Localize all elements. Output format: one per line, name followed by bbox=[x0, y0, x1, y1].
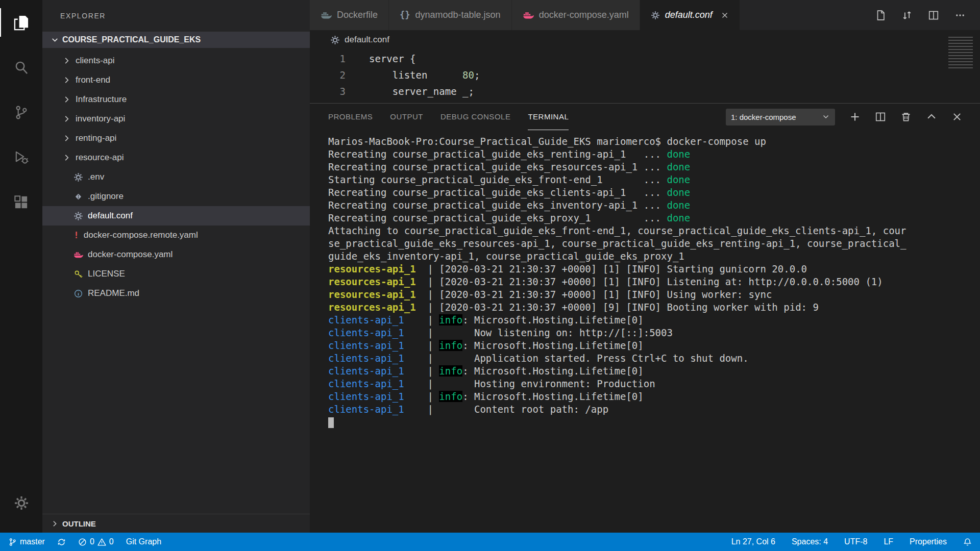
git-graph-button[interactable]: Git Graph bbox=[126, 537, 161, 546]
panel-tab-terminal[interactable]: TERMINAL bbox=[528, 104, 569, 130]
activity-settings-button[interactable] bbox=[0, 481, 42, 525]
tab-docker-compose.yaml[interactable]: docker-compose.yaml bbox=[512, 0, 640, 30]
panel-action-buttons bbox=[849, 111, 963, 122]
terminal-line: resources-api_1 | [2020-03-21 21:30:37 +… bbox=[328, 276, 980, 288]
branch-icon bbox=[8, 538, 17, 546]
outline-label: OUTLINE bbox=[62, 519, 96, 528]
status-bar-left: master00Git Graph bbox=[8, 537, 161, 546]
maximize-panel-button[interactable] bbox=[926, 111, 937, 122]
panel-tab-problems[interactable]: PROBLEMS bbox=[328, 104, 373, 130]
terminal-line: se_practical_guide_eks_resources-api_1, … bbox=[328, 237, 980, 250]
terminal-line: resources-api_1 | [2020-03-21 21:30:37 +… bbox=[328, 288, 980, 301]
terminal-line: Starting course_practical_guide_eks_fron… bbox=[328, 173, 980, 186]
sidebar: EXPLORER COURSE_PRACTICAL_GUIDE_EKS clie… bbox=[42, 0, 310, 533]
tree-file-docker-compose.remote.yaml[interactable]: !docker-compose.remote.yaml bbox=[42, 226, 310, 245]
close-panel-button[interactable] bbox=[951, 111, 963, 122]
tree-item-label: default.conf bbox=[88, 211, 133, 221]
encoding[interactable]: UTF-8 bbox=[844, 537, 867, 546]
tree-item-label: renting-api bbox=[76, 133, 116, 143]
tree-item-label: docker-compose.yaml bbox=[88, 249, 173, 260]
tree-item-label: clients-api bbox=[76, 56, 115, 66]
cursor-position[interactable]: Ln 27, Col 6 bbox=[731, 537, 775, 546]
language-mode[interactable]: Properties bbox=[910, 537, 947, 546]
tree-file-LICENSE[interactable]: LICENSE bbox=[42, 264, 310, 284]
split-terminal-button[interactable] bbox=[875, 111, 886, 122]
gear-icon bbox=[651, 11, 660, 20]
panel-header: PROBLEMSOUTPUTDEBUG CONSOLETERMINAL 1: d… bbox=[310, 104, 980, 130]
tree-folder-renting-api[interactable]: renting-api bbox=[42, 129, 310, 148]
tree-folder-inventory-api[interactable]: inventory-api bbox=[42, 109, 310, 129]
new-terminal-button[interactable] bbox=[849, 111, 861, 122]
chevron-down-icon bbox=[822, 113, 830, 121]
git-diamond-icon bbox=[74, 192, 83, 202]
tree-folder-resource-api[interactable]: resource-api bbox=[42, 148, 310, 167]
open-preview-button[interactable] bbox=[875, 10, 886, 21]
panel-tab-output[interactable]: OUTPUT bbox=[390, 104, 423, 130]
terminal-line: Recreating course_practical_guide_eks_in… bbox=[328, 199, 980, 212]
notifications[interactable] bbox=[963, 538, 972, 546]
tab-default.conf[interactable]: default.conf bbox=[640, 0, 740, 30]
status-label: Ln 27, Col 6 bbox=[731, 537, 775, 546]
tree-folder-clients-api[interactable]: clients-api bbox=[42, 51, 310, 70]
eol[interactable]: LF bbox=[884, 537, 893, 546]
tab-dynamodb-table.json[interactable]: {}dynamodb-table.json bbox=[389, 0, 512, 30]
terminal-selector[interactable]: 1: docker-compose bbox=[726, 109, 835, 126]
section-label: COURSE_PRACTICAL_GUIDE_EKS bbox=[62, 35, 201, 44]
tab-label: dynamodb-table.json bbox=[415, 10, 501, 20]
terminal-output[interactable]: Marios-MacBook-Pro:Course_Practical_Guid… bbox=[310, 130, 980, 429]
terminal-selector-value: 1: docker-compose bbox=[731, 113, 796, 121]
tree-folder-Infrastructure[interactable]: Infrastructure bbox=[42, 90, 310, 109]
split-editor-button[interactable] bbox=[928, 10, 939, 21]
outline-section-header[interactable]: OUTLINE bbox=[42, 514, 310, 533]
compare-changes-button[interactable] bbox=[901, 10, 913, 21]
tree-folder-front-end[interactable]: front-end bbox=[42, 70, 310, 90]
gear-icon bbox=[74, 211, 83, 221]
more-actions-button[interactable] bbox=[954, 10, 966, 21]
close-tab-icon[interactable] bbox=[721, 11, 729, 19]
tree-item-label: LICENSE bbox=[88, 269, 125, 279]
key-icon bbox=[74, 269, 83, 279]
sync-button[interactable] bbox=[57, 538, 66, 546]
code-editor[interactable]: 1server {2 listen 80;3 server_name _; bbox=[310, 49, 980, 99]
activity-search-button[interactable] bbox=[0, 45, 42, 90]
tree-item-label: .env bbox=[88, 172, 104, 182]
panel-tab-debug-console[interactable]: DEBUG CONSOLE bbox=[440, 104, 510, 130]
breadcrumb[interactable]: default.conf bbox=[310, 30, 980, 49]
tree-file-default.conf[interactable]: default.conf bbox=[42, 206, 310, 226]
terminal-line: Marios-MacBook-Pro:Course_Practical_Guid… bbox=[328, 135, 980, 148]
tree-item-label: front-end bbox=[76, 75, 110, 85]
status-label: Spaces: 4 bbox=[792, 537, 828, 546]
terminal-line: Recreating course_practical_guide_eks_pr… bbox=[328, 212, 980, 224]
tab-Dockerfile[interactable]: Dockerfile bbox=[310, 0, 389, 30]
code-line: 2 listen 80; bbox=[310, 67, 980, 83]
activity-run-debug-button[interactable] bbox=[0, 135, 42, 180]
panel-tabs: PROBLEMSOUTPUTDEBUG CONSOLETERMINAL bbox=[328, 104, 586, 130]
tree-file-.gitignore[interactable]: .gitignore bbox=[42, 187, 310, 206]
braces-icon: {} bbox=[400, 11, 410, 19]
editor-actions bbox=[861, 0, 980, 30]
activity-explorer-button[interactable] bbox=[0, 0, 42, 45]
status-label: LF bbox=[884, 537, 893, 546]
minimap[interactable] bbox=[948, 37, 973, 69]
activity-source-control-button[interactable] bbox=[0, 90, 42, 135]
branch-indicator[interactable]: master bbox=[8, 537, 45, 546]
kill-terminal-button[interactable] bbox=[900, 111, 912, 122]
chevron-right-icon bbox=[51, 519, 59, 528]
terminal-line: clients-api_1 | Application started. Pre… bbox=[328, 352, 980, 365]
line-number: 2 bbox=[310, 67, 346, 83]
explorer-section-header[interactable]: COURSE_PRACTICAL_GUIDE_EKS bbox=[42, 32, 310, 48]
tree-item-label: .gitignore bbox=[88, 191, 124, 202]
tree-file-.env[interactable]: .env bbox=[42, 167, 310, 187]
tree-file-docker-compose.yaml[interactable]: docker-compose.yaml bbox=[42, 245, 310, 264]
panel-actions: 1: docker-compose bbox=[726, 109, 980, 126]
debug-icon bbox=[13, 149, 29, 165]
activity-extensions-button[interactable] bbox=[0, 180, 42, 224]
tree-item-label: README.md bbox=[88, 288, 139, 298]
problems-indicator[interactable]: 00 bbox=[78, 537, 114, 546]
terminal-line: resources-api_1 | [2020-03-21 21:30:37 +… bbox=[328, 263, 980, 276]
tree-file-README.md[interactable]: README.md bbox=[42, 284, 310, 303]
status-bar: master00Git Graph Ln 27, Col 6Spaces: 4U… bbox=[0, 533, 980, 551]
indentation[interactable]: Spaces: 4 bbox=[792, 537, 828, 546]
warning-triangle-icon bbox=[97, 538, 106, 546]
activity-bar bbox=[0, 0, 42, 533]
